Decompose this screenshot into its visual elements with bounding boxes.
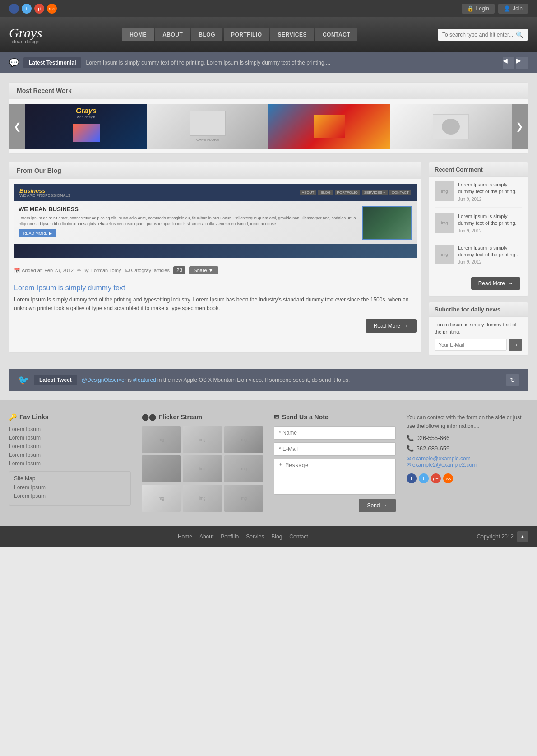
comment-text-3: Lorem Ipsum is simply dummy text of the … — [458, 245, 522, 259]
nav-about[interactable]: ABOUT — [155, 28, 190, 41]
search-input[interactable] — [442, 32, 514, 38]
twitter-icon[interactable]: t — [22, 4, 32, 14]
testimonial-next-button[interactable]: ▶ — [516, 57, 528, 69]
person-icon: 👤 — [504, 5, 510, 12]
sidebar-read-more-button[interactable]: Read More → — [471, 277, 520, 290]
fav-link-5[interactable]: Lorem Ipsum — [9, 460, 131, 467]
business-nav-portfolio[interactable]: PORTFOLIO — [335, 190, 360, 195]
business-read-more-button[interactable]: READ MORE ▶ — [19, 229, 56, 237]
post-title[interactable]: Lorem Ipsum is simply dummy text — [14, 284, 417, 292]
sitemap-link-1[interactable]: Lorem Ipsum — [14, 484, 126, 491]
nav-portfolio[interactable]: PORTFILIO — [224, 28, 269, 41]
comment-content-1: Lorem Ipsum is simply dummy text of the … — [458, 181, 522, 202]
footer-rss-icon[interactable]: rss — [443, 473, 453, 483]
google-plus-icon[interactable]: g+ — [34, 4, 44, 14]
portfolio-header: Most Recent Work — [9, 83, 528, 99]
nav-contact[interactable]: CONTACT — [315, 28, 357, 41]
search-bar: 🔍 — [438, 29, 528, 41]
back-to-top-button[interactable]: ▲ — [517, 531, 528, 542]
flickr-thumb-3[interactable]: img — [224, 426, 264, 453]
comment-item-3: img Lorem Ipsum is simply dummy text of … — [435, 245, 522, 270]
slider-next-button[interactable]: ❯ — [512, 104, 528, 149]
footer-copyright: Copyright 2012 ▲ — [477, 531, 528, 542]
business-title: WE MEAN BUSINESS — [19, 206, 358, 213]
testimonial-label: Latest Testimonial — [23, 57, 81, 68]
comment-date-1: Jun 9, 2012 — [458, 197, 522, 202]
blog-body: Business WE ARE PROFESSIONALS ABOUT BLOG… — [9, 179, 421, 337]
contact-email-1[interactable]: ✉ example@example.com — [407, 455, 528, 462]
nav-blog[interactable]: BLOG — [191, 28, 222, 41]
fav-link-1[interactable]: Lorem Ipsum — [9, 426, 131, 432]
footer-nav-blog[interactable]: Blog — [271, 533, 282, 540]
flickr-thumb-8[interactable]: img — [183, 485, 222, 512]
fav-links-list: Lorem Ipsum Lorem Ipsum Lorem Ipsum Lore… — [9, 426, 131, 467]
flickr-title-text: Flicker Stream — [159, 413, 203, 421]
footer-facebook-icon[interactable]: f — [407, 473, 417, 483]
flickr-thumb-7[interactable]: img — [142, 485, 181, 512]
fav-link-4[interactable]: Lorem Ipsum — [9, 452, 131, 458]
tweet-hashtag-link[interactable]: #featured — [133, 377, 156, 383]
footer-google-plus-icon[interactable]: g+ — [431, 473, 441, 483]
sitemap-title: Site Map — [14, 475, 126, 482]
fav-link-3[interactable]: Lorem Ipsum — [9, 443, 131, 450]
blog-post-meta: 📅 Added at: Feb 23, 2012 ✏ By: Lorman To… — [14, 263, 417, 278]
blog-image-header: Business WE ARE PROFESSIONALS ABOUT BLOG… — [14, 184, 417, 201]
meta-category: 🏷 Catogray: articles — [125, 268, 170, 273]
key-icon: 🔑 — [9, 413, 17, 421]
subscribe-submit-button[interactable]: → — [509, 339, 522, 351]
contact-email-2[interactable]: ✉ example2@example2.com — [407, 462, 528, 468]
facebook-icon[interactable]: f — [9, 4, 19, 14]
rss-icon[interactable]: rss — [47, 4, 57, 14]
slide-1-content: Grays web design — [25, 104, 147, 149]
footer-twitter-icon[interactable]: t — [419, 473, 429, 483]
join-button[interactable]: 👤 Join — [498, 4, 528, 14]
twitter-bird-icon: 🐦 — [18, 375, 29, 385]
email-input[interactable] — [435, 339, 507, 351]
tweet-refresh-button[interactable]: ↻ — [506, 374, 519, 386]
nav-home[interactable]: HOME — [122, 28, 154, 41]
login-button[interactable]: 🔒 Login — [462, 4, 495, 14]
footer-nav-contact[interactable]: Contact — [289, 533, 308, 540]
contact-message-input[interactable] — [274, 459, 396, 495]
flickr-thumb-9[interactable]: img — [224, 485, 264, 512]
business-nav-blog[interactable]: BLOG — [318, 190, 333, 195]
flickr-thumb-6[interactable]: img — [224, 455, 264, 482]
business-body: WE MEAN BUSINESS Lorem ipsum dolor sit a… — [14, 201, 417, 244]
footer-nav-portfolio[interactable]: Portfilio — [221, 533, 239, 540]
fav-link-2[interactable]: Lorem Ipsum — [9, 435, 131, 441]
share-button[interactable]: Share ▼ — [189, 266, 218, 274]
testimonial-prev-button[interactable]: ◀ — [503, 57, 514, 69]
nav-services[interactable]: SERVICES — [270, 28, 314, 41]
blog-title: From Our Blog — [17, 167, 61, 174]
read-more-button[interactable]: Read More → — [366, 319, 417, 333]
arrow-right-icon-2: → — [508, 280, 513, 287]
comment-date-3: Jun 9, 2012 — [458, 260, 522, 264]
flickr-thumb-1[interactable]: img — [142, 426, 181, 453]
business-nav-about[interactable]: ABOUT — [300, 190, 317, 195]
comment-text-1: Lorem Ipsum is simply dummy text of the … — [458, 181, 522, 195]
footer-nav-services[interactable]: Servies — [246, 533, 264, 540]
slide-3 — [268, 104, 390, 149]
flickr-thumb-4[interactable]: img — [142, 455, 181, 482]
contact-phone-1: 📞 026-555-666 — [407, 435, 528, 441]
comment-text-2: Lorem Ipsum is simply dummy text of the … — [458, 213, 522, 227]
search-icon[interactable]: 🔍 — [516, 31, 523, 38]
tweet-user-link[interactable]: @DesignObserver — [82, 377, 126, 383]
slide-3-content — [268, 104, 390, 149]
business-nav-services[interactable]: SERVICES + — [362, 190, 388, 195]
clearfix: Read More → — [14, 313, 417, 333]
business-nav-contact[interactable]: CONTACT — [389, 190, 411, 195]
comment-content-2: Lorem Ipsum is simply dummy text of the … — [458, 213, 522, 233]
sitemap-link-2[interactable]: Lorem Ipsum — [14, 493, 126, 499]
flickr-thumb-2[interactable]: img — [183, 426, 222, 453]
contact-form-title-text: Send Us a Note — [282, 413, 329, 421]
send-button[interactable]: Send → — [359, 499, 395, 512]
meta-date: 📅 Added at: Feb 23, 2012 — [14, 268, 74, 274]
contact-name-input[interactable] — [274, 426, 396, 440]
footer-nav-about[interactable]: About — [199, 533, 213, 540]
slider-prev-button[interactable]: ❮ — [9, 104, 25, 149]
flickr-thumb-5[interactable]: img — [183, 455, 222, 482]
contact-email-input[interactable] — [274, 442, 396, 456]
subscribe-header: Subcribe for daily news — [429, 302, 528, 317]
footer-nav-home[interactable]: Home — [178, 533, 192, 540]
